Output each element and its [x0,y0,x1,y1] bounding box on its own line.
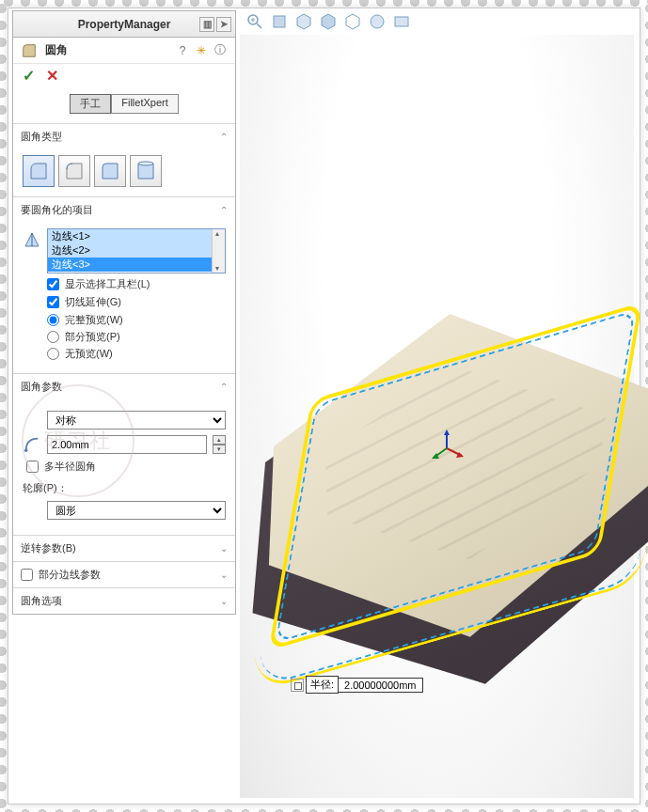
svg-marker-12 [444,429,450,435]
view-orient-icon[interactable] [294,12,313,31]
section-fillet-params: 圆角参数 ⌃ 对称 ▴▾ [13,374,235,536]
display-style-icon[interactable] [319,12,338,31]
section-header[interactable]: 逆转参数(B) ⌄ [13,536,235,561]
model-cushion[interactable] [224,290,648,700]
checkbox-label: 切线延伸(G) [65,295,121,309]
list-item[interactable]: 边线<1> [48,229,225,243]
help-more-icon[interactable]: ⓘ [213,43,228,58]
radio-label: 无预览(W) [65,347,113,361]
fillet-icon [21,42,38,59]
scrollbar[interactable] [212,229,225,273]
radio-label: 完整预览(W) [65,313,123,327]
svg-line-4 [257,23,261,28]
section-fillet-type: 圆角类型 ⌃ [13,124,235,197]
feature-name: 圆角 [45,42,167,58]
section-reverse-params: 逆转参数(B) ⌄ [13,536,235,562]
list-item[interactable]: 边线<2> [48,243,225,258]
confirm-row: ✓ ✕ [13,64,235,86]
pm-title-text: PropertyManager [19,18,229,31]
help-icon[interactable]: ? [175,43,190,58]
checkbox-show-toolbar[interactable]: 显示选择工具栏(L) [47,277,226,291]
section-header[interactable]: 要圆角化的项目 ⌃ [13,197,235,223]
section-title: 部分边线参数 [39,568,101,582]
symmetry-icon [23,411,41,429]
fillet-type-buttons [23,155,226,187]
list-item[interactable]: 边线<3> [48,258,225,272]
section-fillet-options: 圆角选项 ⌄ [13,588,235,614]
radius-input[interactable] [47,435,207,454]
hide-show-icon[interactable] [343,12,362,31]
callout-value[interactable]: 2.00000000mm [338,678,422,693]
section-items-to-fillet: 要圆角化的项目 ⌃ 边线<1> 边线<2> 边线<3> [13,197,235,374]
tab-manual[interactable]: 手工 [70,94,111,114]
profile-select[interactable]: 圆形 [47,501,226,520]
tab-filletxpert[interactable]: FilletXpert [111,94,179,114]
app-window: PropertyManager ▥ ➤ 圆角 ? ✳ ⓘ ✓ ✕ 手工 Fill… [8,8,640,804]
profile-label: 轮廓(P)： [23,481,226,495]
help-star-icon[interactable]: ✳ [194,43,209,58]
cancel-button[interactable]: ✕ [46,67,58,85]
mode-tabs: 手工 FilletXpert [13,86,235,124]
section-title: 要圆角化的项目 [21,203,93,217]
svg-point-8 [138,162,153,165]
svg-rect-5 [274,16,285,27]
expand-icon: ⌄ [220,596,228,606]
pm-pin-icon[interactable]: ➤ [216,17,231,32]
checkbox-partial-edge[interactable] [21,569,33,581]
origin-triad-icon [428,429,466,467]
feature-header: 圆角 ? ✳ ⓘ [13,38,235,64]
appearance-icon[interactable] [368,12,387,31]
type-full-round[interactable] [130,155,162,187]
radio-input[interactable] [47,314,59,326]
collapse-icon: ⌃ [220,132,228,142]
radio-input[interactable] [47,348,59,360]
section-header[interactable]: 圆角选项 ⌄ [13,588,235,614]
section-title: 圆角类型 [21,130,62,144]
type-constant-radius[interactable] [23,155,55,187]
section-title: 圆角参数 [21,380,62,394]
expand-icon: ⌄ [220,570,228,580]
checkbox-multi-radius[interactable] [26,461,39,473]
pm-titlebar: PropertyManager ▥ ➤ [13,11,235,38]
expand-icon: ⌄ [220,543,228,554]
checkbox-input[interactable] [47,278,59,290]
radio-input[interactable] [47,331,59,343]
radius-callout[interactable]: 半径: 2.00000000mm [291,676,423,694]
collapse-icon: ⌃ [220,205,228,215]
ok-button[interactable]: ✓ [23,67,35,85]
section-header[interactable]: 部分边线参数 ⌄ [13,562,235,587]
svg-point-10 [24,449,28,453]
svg-rect-7 [395,17,408,26]
property-manager-panel: PropertyManager ▥ ➤ 圆角 ? ✳ ⓘ ✓ ✕ 手工 Fill… [12,10,236,615]
radio-label: 部分预览(P) [65,330,120,344]
radius-icon [23,435,41,454]
radio-partial-preview[interactable]: 部分预览(P) [47,330,226,344]
pm-layout-icon[interactable]: ▥ [199,17,214,32]
section-title: 逆转参数(B) [21,541,76,555]
edge-selection-icon [23,228,41,273]
radio-full-preview[interactable]: 完整预览(W) [47,313,226,327]
checkbox-input[interactable] [47,296,59,308]
callout-handle-icon[interactable] [291,679,304,692]
svg-point-6 [371,15,384,28]
scene-icon[interactable] [392,12,411,31]
section-partial-edge: 部分边线参数 ⌄ [13,562,235,588]
section-view-icon[interactable] [270,12,289,31]
radius-spinner[interactable]: ▴▾ [213,435,226,454]
radio-no-preview[interactable]: 无预览(W) [47,347,226,361]
checkbox-tangent[interactable]: 切线延伸(G) [47,295,226,309]
edge-selection-list[interactable]: 边线<1> 边线<2> 边线<3> [47,228,226,273]
section-title: 圆角选项 [21,594,62,608]
symmetry-select[interactable]: 对称 [47,411,226,429]
checkbox-label: 显示选择工具栏(L) [65,277,150,291]
callout-label: 半径: [306,676,339,694]
type-variable-radius[interactable] [58,155,90,187]
section-header[interactable]: 圆角类型 ⌃ [13,124,235,149]
checkbox-label: 多半径圆角 [44,460,96,474]
section-header[interactable]: 圆角参数 ⌃ [13,374,235,399]
type-face-fillet[interactable] [94,155,126,187]
prev-view-icon[interactable] [245,12,264,31]
